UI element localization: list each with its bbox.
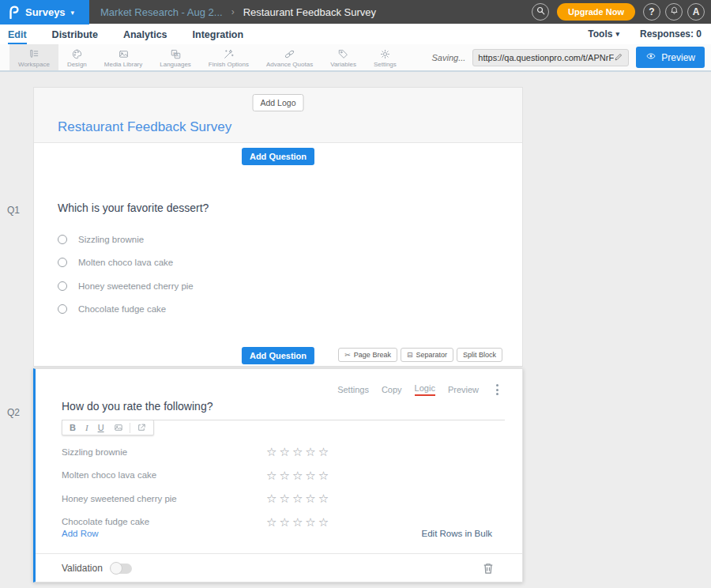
add-logo-button[interactable]: Add Logo <box>253 94 304 111</box>
media-library-icon <box>118 48 130 60</box>
star-icon[interactable]: ☆ <box>318 492 329 504</box>
tab-analytics[interactable]: Analytics <box>123 24 167 44</box>
star-icon[interactable]: ☆ <box>305 492 315 504</box>
star-icon[interactable]: ☆ <box>318 469 329 481</box>
q2-question-text: How do you rate the following? <box>62 400 505 413</box>
survey-block-2-selected: SettingsCopyLogicPreview How do you rate… <box>33 368 523 582</box>
advance-quotas-icon <box>284 48 295 60</box>
workspace-icon <box>28 48 40 60</box>
image-icon <box>114 423 123 432</box>
upgrade-now-button[interactable]: Upgrade Now <box>557 3 635 21</box>
q2-footer: Validation <box>62 562 494 575</box>
italic-button[interactable]: I <box>81 423 93 432</box>
responses-count[interactable]: Responses: 0 <box>640 28 702 40</box>
bell-icon <box>669 6 679 18</box>
star-icon[interactable]: ☆ <box>318 446 329 458</box>
q2-question-field[interactable]: How do you rate the following? <box>62 400 505 420</box>
top-bar: Surveys Market Research - Aug 2... › Res… <box>0 0 711 24</box>
delete-question-button[interactable] <box>483 562 494 575</box>
star-icon[interactable]: ☆ <box>292 492 303 504</box>
star-icon[interactable]: ☆ <box>305 446 315 458</box>
star-icon[interactable]: ☆ <box>292 469 303 481</box>
star-icon[interactable]: ☆ <box>305 516 315 528</box>
toolbar-item-design[interactable]: Design <box>58 44 96 70</box>
add-row-link[interactable]: Add Row <box>62 529 99 538</box>
split-block-button[interactable]: Split Block <box>457 348 502 362</box>
validation-toggle[interactable] <box>111 564 132 574</box>
notifications-button[interactable] <box>665 3 683 21</box>
star-icon[interactable]: ☆ <box>292 516 303 528</box>
breadcrumb-survey-name[interactable]: Restaurant Feedback Survey <box>243 6 376 18</box>
underline-button[interactable]: U <box>93 423 109 432</box>
insert-image-button[interactable] <box>109 423 128 432</box>
toolbar-item-settings[interactable]: Settings <box>365 44 405 70</box>
divider <box>36 553 522 554</box>
toolbar-item-workspace[interactable]: Workspace <box>9 44 58 70</box>
separator-icon: ⊟ <box>407 351 413 359</box>
star-icon[interactable]: ☆ <box>279 469 289 481</box>
separator-button[interactable]: ⊟Separator <box>401 348 453 362</box>
q2-menu-logic[interactable]: Logic <box>415 383 435 396</box>
q1-question-text[interactable]: Which is your favorite dessert? <box>58 202 498 214</box>
radio-icon[interactable] <box>58 258 67 267</box>
q2-menu-preview[interactable]: Preview <box>448 385 479 394</box>
star-rating: ☆☆☆☆☆ <box>266 516 329 528</box>
surveys-menu[interactable]: Surveys <box>0 0 89 24</box>
tools-menu[interactable]: Tools <box>588 28 619 40</box>
survey-nav: EditDistributeAnalyticsIntegration Tools… <box>0 24 711 44</box>
radio-icon[interactable] <box>58 235 67 244</box>
toolbar-item-languages[interactable]: aALanguages <box>151 44 200 70</box>
breadcrumb-separator-icon: › <box>231 6 235 17</box>
star-rating: ☆☆☆☆☆ <box>266 492 329 504</box>
chevron-down-icon <box>615 28 619 40</box>
add-question-button-top[interactable]: Add Question <box>242 148 314 165</box>
more-options-icon[interactable] <box>493 383 502 397</box>
star-icon[interactable]: ☆ <box>266 516 276 528</box>
survey-title[interactable]: Restaurant Feedback Survey <box>58 119 231 135</box>
toolbar-item-media-library[interactable]: Media Library <box>96 44 151 70</box>
breadcrumb-folder[interactable]: Market Research - Aug 2... <box>100 6 223 18</box>
toolbar-item-finish-options[interactable]: Finish Options <box>200 44 258 70</box>
star-icon[interactable]: ☆ <box>292 446 303 458</box>
star-icon[interactable]: ☆ <box>266 446 276 458</box>
q1-label: Q1 <box>7 205 20 216</box>
help-button[interactable]: ? <box>643 3 660 21</box>
preview-button[interactable]: Preview <box>636 47 705 68</box>
avatar[interactable]: A <box>687 3 705 21</box>
bold-button[interactable]: B <box>65 423 81 432</box>
edit-pencil-icon[interactable] <box>614 51 623 65</box>
q2-rating-rows: Sizzling brownie☆☆☆☆☆Molten choco lava c… <box>62 440 505 533</box>
star-icon[interactable]: ☆ <box>318 516 329 528</box>
toolbar-item-variables[interactable]: Variables <box>322 44 365 70</box>
page-break-button[interactable]: ✂Page Break <box>338 348 397 362</box>
tab-integration[interactable]: Integration <box>193 24 244 44</box>
languages-icon: aA <box>170 48 182 60</box>
saving-status: Saving... <box>432 53 466 62</box>
q1-question-block: Which is your favorite dessert? Sizzling… <box>34 170 522 321</box>
star-icon[interactable]: ☆ <box>279 492 289 504</box>
radio-icon[interactable] <box>58 281 67 291</box>
radio-icon[interactable] <box>58 304 67 314</box>
q1-option: Molten choco lava cake <box>58 251 498 275</box>
insert-link-button[interactable] <box>132 423 151 432</box>
add-question-button-bottom[interactable]: Add Question <box>242 347 314 364</box>
q2-menu-copy[interactable]: Copy <box>382 385 402 394</box>
star-icon[interactable]: ☆ <box>305 469 315 481</box>
edit-rows-in-bulk-link[interactable]: Edit Rows in Bulk <box>422 529 492 538</box>
q1-options: Sizzling brownieMolten choco lava cakeHo… <box>58 228 498 321</box>
q2-menu-settings[interactable]: Settings <box>337 385 369 394</box>
tab-edit[interactable]: Edit <box>8 24 27 44</box>
star-icon[interactable]: ☆ <box>279 446 289 458</box>
survey-canvas: Q1 Q2 Add Logo Restaurant Feedback Surve… <box>0 72 711 588</box>
star-icon[interactable]: ☆ <box>279 516 289 528</box>
rating-row: Sizzling brownie☆☆☆☆☆ <box>62 440 505 464</box>
toggle-knob <box>110 562 122 575</box>
trash-icon <box>483 562 494 575</box>
search-button[interactable] <box>532 3 549 21</box>
tab-distribute[interactable]: Distribute <box>52 24 98 44</box>
toolbar-item-advance-quotas[interactable]: Advance Quotas <box>258 44 322 70</box>
star-icon[interactable]: ☆ <box>266 469 276 481</box>
edit-toolbar: WorkspaceDesignMedia LibraryaALanguagesF… <box>0 44 711 72</box>
star-icon[interactable]: ☆ <box>266 492 276 504</box>
survey-url-field[interactable]: https://qa.questionpro.com/t/APNrFZgS <box>472 49 629 66</box>
